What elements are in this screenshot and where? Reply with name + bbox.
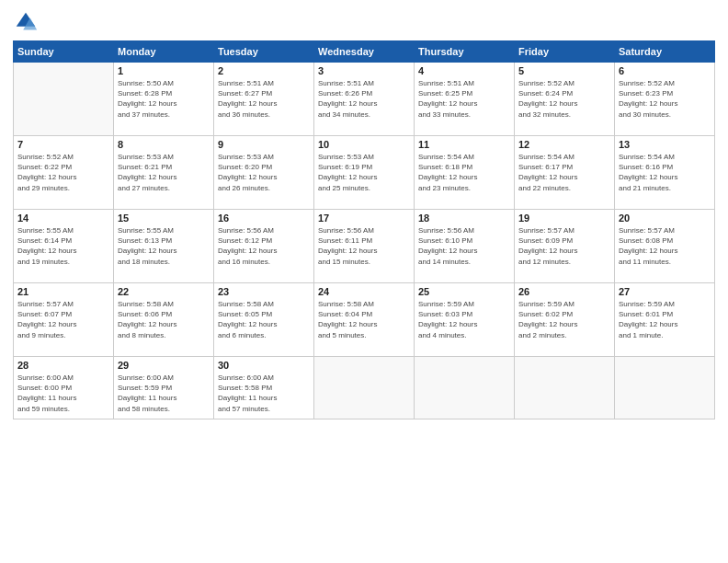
calendar-cell xyxy=(314,357,415,419)
day-info: Sunrise: 5:51 AMSunset: 6:26 PMDaylight:… xyxy=(318,78,410,120)
day-number: 2 xyxy=(218,65,310,76)
calendar-cell: 23Sunrise: 5:58 AMSunset: 6:05 PMDayligh… xyxy=(214,283,314,357)
calendar-body: 1Sunrise: 5:50 AMSunset: 6:28 PMDaylight… xyxy=(14,63,715,419)
header-wednesday: Wednesday xyxy=(314,41,415,63)
calendar-cell: 5Sunrise: 5:52 AMSunset: 6:24 PMDaylight… xyxy=(515,63,615,136)
calendar-cell: 17Sunrise: 5:56 AMSunset: 6:11 PMDayligh… xyxy=(314,210,415,283)
calendar-cell: 25Sunrise: 5:59 AMSunset: 6:03 PMDayligh… xyxy=(415,283,515,357)
day-info: Sunrise: 5:54 AMSunset: 6:17 PMDaylight:… xyxy=(518,152,610,193)
day-number: 1 xyxy=(118,65,210,76)
calendar-cell: 13Sunrise: 5:54 AMSunset: 6:16 PMDayligh… xyxy=(615,136,715,210)
calendar-cell: 9Sunrise: 5:53 AMSunset: 6:20 PMDaylight… xyxy=(214,136,314,210)
week-row-2: 7Sunrise: 5:52 AMSunset: 6:22 PMDaylight… xyxy=(14,136,715,210)
header-monday: Monday xyxy=(114,41,214,63)
day-number: 5 xyxy=(518,65,610,76)
day-info: Sunrise: 5:58 AMSunset: 6:05 PMDaylight:… xyxy=(218,299,310,340)
calendar-cell: 20Sunrise: 5:57 AMSunset: 6:08 PMDayligh… xyxy=(615,210,715,283)
calendar-cell: 7Sunrise: 5:52 AMSunset: 6:22 PMDaylight… xyxy=(14,136,114,210)
header xyxy=(13,9,715,35)
day-number: 30 xyxy=(218,360,310,371)
calendar-cell: 15Sunrise: 5:55 AMSunset: 6:13 PMDayligh… xyxy=(114,210,214,283)
day-info: Sunrise: 5:57 AMSunset: 6:08 PMDaylight:… xyxy=(619,225,711,267)
calendar-cell: 28Sunrise: 6:00 AMSunset: 6:00 PMDayligh… xyxy=(14,357,114,419)
calendar-cell: 4Sunrise: 5:51 AMSunset: 6:25 PMDaylight… xyxy=(415,63,515,136)
week-row-1: 1Sunrise: 5:50 AMSunset: 6:28 PMDaylight… xyxy=(14,63,715,136)
day-number: 22 xyxy=(118,286,210,297)
calendar-cell: 11Sunrise: 5:54 AMSunset: 6:18 PMDayligh… xyxy=(415,136,515,210)
day-info: Sunrise: 5:59 AMSunset: 6:01 PMDaylight:… xyxy=(619,299,711,340)
week-row-5: 28Sunrise: 6:00 AMSunset: 6:00 PMDayligh… xyxy=(14,357,715,419)
day-number: 6 xyxy=(619,65,711,76)
day-info: Sunrise: 5:58 AMSunset: 6:04 PMDaylight:… xyxy=(318,299,410,340)
day-info: Sunrise: 5:51 AMSunset: 6:27 PMDaylight:… xyxy=(218,78,310,120)
header-sunday: Sunday xyxy=(14,41,114,63)
day-number: 17 xyxy=(318,213,410,224)
calendar-cell: 10Sunrise: 5:53 AMSunset: 6:19 PMDayligh… xyxy=(314,136,415,210)
day-info: Sunrise: 5:56 AMSunset: 6:12 PMDaylight:… xyxy=(218,225,310,267)
day-number: 18 xyxy=(418,213,510,224)
calendar: Sunday Monday Tuesday Wednesday Thursday… xyxy=(13,40,715,419)
day-number: 11 xyxy=(418,139,510,150)
day-number: 25 xyxy=(418,286,510,297)
day-info: Sunrise: 5:56 AMSunset: 6:10 PMDaylight:… xyxy=(418,225,510,267)
calendar-cell: 21Sunrise: 5:57 AMSunset: 6:07 PMDayligh… xyxy=(14,283,114,357)
logo xyxy=(13,9,42,35)
day-info: Sunrise: 6:00 AMSunset: 5:59 PMDaylight:… xyxy=(118,373,210,414)
calendar-cell: 27Sunrise: 5:59 AMSunset: 6:01 PMDayligh… xyxy=(615,283,715,357)
day-number: 27 xyxy=(619,286,711,297)
day-number: 8 xyxy=(118,139,210,150)
day-info: Sunrise: 5:57 AMSunset: 6:09 PMDaylight:… xyxy=(518,225,610,267)
day-number: 29 xyxy=(118,360,210,371)
day-info: Sunrise: 5:59 AMSunset: 6:02 PMDaylight:… xyxy=(518,299,610,340)
day-info: Sunrise: 5:52 AMSunset: 6:22 PMDaylight:… xyxy=(17,152,109,193)
day-info: Sunrise: 5:58 AMSunset: 6:06 PMDaylight:… xyxy=(118,299,210,340)
day-info: Sunrise: 5:59 AMSunset: 6:03 PMDaylight:… xyxy=(418,299,510,340)
calendar-cell: 14Sunrise: 5:55 AMSunset: 6:14 PMDayligh… xyxy=(14,210,114,283)
page: Sunday Monday Tuesday Wednesday Thursday… xyxy=(0,0,728,563)
calendar-cell: 3Sunrise: 5:51 AMSunset: 6:26 PMDaylight… xyxy=(314,63,415,136)
calendar-cell: 1Sunrise: 5:50 AMSunset: 6:28 PMDaylight… xyxy=(114,63,214,136)
week-row-4: 21Sunrise: 5:57 AMSunset: 6:07 PMDayligh… xyxy=(14,283,715,357)
day-number: 26 xyxy=(518,286,610,297)
calendar-cell: 6Sunrise: 5:52 AMSunset: 6:23 PMDaylight… xyxy=(615,63,715,136)
day-number: 3 xyxy=(318,65,410,76)
week-row-3: 14Sunrise: 5:55 AMSunset: 6:14 PMDayligh… xyxy=(14,210,715,283)
day-number: 7 xyxy=(17,139,109,150)
day-number: 4 xyxy=(418,65,510,76)
header-tuesday: Tuesday xyxy=(214,41,314,63)
day-number: 23 xyxy=(218,286,310,297)
calendar-cell: 26Sunrise: 5:59 AMSunset: 6:02 PMDayligh… xyxy=(515,283,615,357)
day-number: 19 xyxy=(518,213,610,224)
calendar-cell: 24Sunrise: 5:58 AMSunset: 6:04 PMDayligh… xyxy=(314,283,415,357)
calendar-cell: 2Sunrise: 5:51 AMSunset: 6:27 PMDaylight… xyxy=(214,63,314,136)
calendar-cell: 30Sunrise: 6:00 AMSunset: 5:58 PMDayligh… xyxy=(214,357,314,419)
header-thursday: Thursday xyxy=(415,41,515,63)
calendar-cell: 22Sunrise: 5:58 AMSunset: 6:06 PMDayligh… xyxy=(114,283,214,357)
day-number: 12 xyxy=(518,139,610,150)
header-saturday: Saturday xyxy=(615,41,715,63)
day-number: 15 xyxy=(118,213,210,224)
calendar-cell: 16Sunrise: 5:56 AMSunset: 6:12 PMDayligh… xyxy=(214,210,314,283)
weekday-header-row: Sunday Monday Tuesday Wednesday Thursday… xyxy=(14,41,715,63)
day-info: Sunrise: 5:53 AMSunset: 6:20 PMDaylight:… xyxy=(218,152,310,193)
day-info: Sunrise: 5:50 AMSunset: 6:28 PMDaylight:… xyxy=(118,78,210,120)
day-number: 9 xyxy=(218,139,310,150)
day-number: 16 xyxy=(218,213,310,224)
day-number: 13 xyxy=(619,139,711,150)
day-info: Sunrise: 5:55 AMSunset: 6:13 PMDaylight:… xyxy=(118,225,210,267)
calendar-cell: 8Sunrise: 5:53 AMSunset: 6:21 PMDaylight… xyxy=(114,136,214,210)
day-info: Sunrise: 6:00 AMSunset: 6:00 PMDaylight:… xyxy=(17,373,109,414)
calendar-cell xyxy=(515,357,615,419)
header-friday: Friday xyxy=(515,41,615,63)
day-info: Sunrise: 5:51 AMSunset: 6:25 PMDaylight:… xyxy=(418,78,510,120)
day-number: 10 xyxy=(318,139,410,150)
calendar-cell: 18Sunrise: 5:56 AMSunset: 6:10 PMDayligh… xyxy=(415,210,515,283)
day-number: 14 xyxy=(17,213,109,224)
calendar-cell: 12Sunrise: 5:54 AMSunset: 6:17 PMDayligh… xyxy=(515,136,615,210)
day-info: Sunrise: 5:52 AMSunset: 6:23 PMDaylight:… xyxy=(619,78,711,120)
day-number: 28 xyxy=(17,360,109,371)
calendar-cell: 19Sunrise: 5:57 AMSunset: 6:09 PMDayligh… xyxy=(515,210,615,283)
day-info: Sunrise: 5:52 AMSunset: 6:24 PMDaylight:… xyxy=(518,78,610,120)
day-info: Sunrise: 5:56 AMSunset: 6:11 PMDaylight:… xyxy=(318,225,410,267)
day-info: Sunrise: 5:53 AMSunset: 6:19 PMDaylight:… xyxy=(318,152,410,193)
